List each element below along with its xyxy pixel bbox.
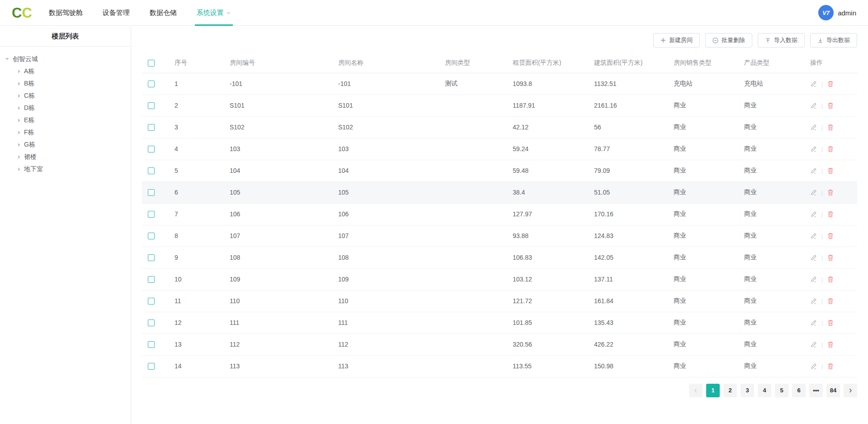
edit-icon[interactable] [810,276,817,283]
nav-item-设备管理[interactable]: 设备管理 [103,0,130,26]
page-button-5[interactable]: 5 [775,384,788,397]
tree-node-裙楼[interactable]: 裙楼 [5,151,131,163]
tree-node-root[interactable]: 创智云城 [5,53,131,65]
edit-icon[interactable] [810,233,817,239]
user-menu[interactable]: V7 admin [818,5,856,20]
trash-icon[interactable] [827,211,834,218]
cell-operations: | [799,333,857,355]
row-checkbox[interactable] [148,233,155,239]
trash-icon[interactable] [827,276,834,283]
edit-icon[interactable] [810,146,817,152]
caret-right-icon[interactable] [18,82,20,86]
cell-room_no: 113 [219,355,327,377]
trash-icon[interactable] [827,189,834,196]
row-checkbox-cell [142,268,164,290]
row-checkbox[interactable] [148,167,155,174]
button-新建房间[interactable]: 新建房间 [653,33,700,48]
row-checkbox[interactable] [148,363,155,370]
row-checkbox[interactable] [148,254,155,261]
edit-icon[interactable] [810,211,817,218]
cell-rent_area: 103.12 [502,268,583,290]
cell-sale_type: 商业 [663,247,733,268]
logo-letter: C [12,6,19,20]
page-button-3[interactable]: 3 [741,384,754,397]
trash-icon[interactable] [827,363,834,370]
trash-icon[interactable] [827,341,834,348]
minus-circle-icon [712,38,718,43]
row-operations: | [810,189,857,196]
tree-node-F栋[interactable]: F栋 [5,126,131,138]
edit-icon[interactable] [810,298,817,305]
edit-icon[interactable] [810,124,817,131]
app-logo[interactable]: C C [12,6,29,20]
caret-down-icon[interactable] [5,58,9,60]
select-all-checkbox[interactable] [148,60,155,67]
caret-right-icon[interactable] [18,155,20,159]
tree-node-D栋[interactable]: D栋 [5,102,131,114]
cell-room_type [434,95,502,116]
row-checkbox[interactable] [148,189,155,196]
trash-icon[interactable] [827,81,834,87]
trash-icon[interactable] [827,254,834,261]
row-checkbox[interactable] [148,298,155,305]
edit-icon[interactable] [810,254,817,261]
page-button-84[interactable]: 84 [826,384,840,397]
page-button-4[interactable]: 4 [758,384,771,397]
caret-right-icon[interactable] [18,167,20,171]
nav-item-数据仓储[interactable]: 数据仓储 [150,0,177,26]
tree-node-A栋[interactable]: A栋 [5,65,131,77]
table-row: 510410459.4879.09商业商业| [142,160,857,181]
edit-icon[interactable] [810,319,817,326]
edit-icon[interactable] [810,102,817,109]
row-checkbox[interactable] [148,102,155,109]
row-checkbox[interactable] [148,81,155,87]
button-批量删除[interactable]: 批量删除 [705,33,752,48]
row-checkbox[interactable] [148,124,155,131]
edit-icon[interactable] [810,189,817,196]
tree-node-G栋[interactable]: G栋 [5,138,131,151]
row-checkbox[interactable] [148,146,155,152]
edit-icon[interactable] [810,341,817,348]
caret-right-icon[interactable] [18,94,20,98]
pagination-ellipsis[interactable]: ••• [809,384,823,397]
tree-node-C栋[interactable]: C栋 [5,90,131,102]
caret-right-icon[interactable] [18,131,20,134]
tree-node-E栋[interactable]: E栋 [5,114,131,126]
trash-icon[interactable] [827,124,834,131]
tree-node-地下室[interactable]: 地下室 [5,163,131,175]
row-operations: | [810,102,857,109]
trash-icon[interactable] [827,319,834,326]
cell-rent_area: 93.88 [502,225,583,247]
row-checkbox-cell [142,247,164,268]
nav-item-系统设置[interactable]: 系统设置 [197,0,231,26]
nav-item-数据驾驶舱[interactable]: 数据驾驶舱 [49,0,83,26]
row-checkbox[interactable] [148,319,155,326]
cell-product_type: 商业 [733,95,799,116]
edit-icon[interactable] [810,363,817,370]
edit-icon[interactable] [810,167,817,174]
edit-icon[interactable] [810,81,817,87]
trash-icon[interactable] [827,146,834,152]
caret-right-icon[interactable] [18,106,20,110]
username: admin [838,9,856,17]
page-button-6[interactable]: 6 [792,384,806,397]
trash-icon[interactable] [827,167,834,174]
next-page-button[interactable] [844,384,857,397]
caret-right-icon[interactable] [18,143,20,147]
trash-icon[interactable] [827,233,834,239]
button-导入数据[interactable]: 导入数据 [758,33,805,48]
row-checkbox[interactable] [148,276,155,283]
page-button-1[interactable]: 1 [706,384,720,397]
page-button-2[interactable]: 2 [723,384,737,397]
operation-divider: | [821,254,823,261]
row-checkbox[interactable] [148,341,155,348]
trash-icon[interactable] [827,298,834,305]
row-checkbox[interactable] [148,211,155,218]
caret-right-icon[interactable] [18,119,20,122]
caret-right-icon[interactable] [18,70,20,73]
prev-page-button[interactable] [689,384,703,397]
tree-node-B栋[interactable]: B栋 [5,77,131,90]
button-导出数据[interactable]: 导出数据 [810,33,857,48]
trash-icon[interactable] [827,102,834,109]
cell-product_type: 商业 [733,247,799,268]
